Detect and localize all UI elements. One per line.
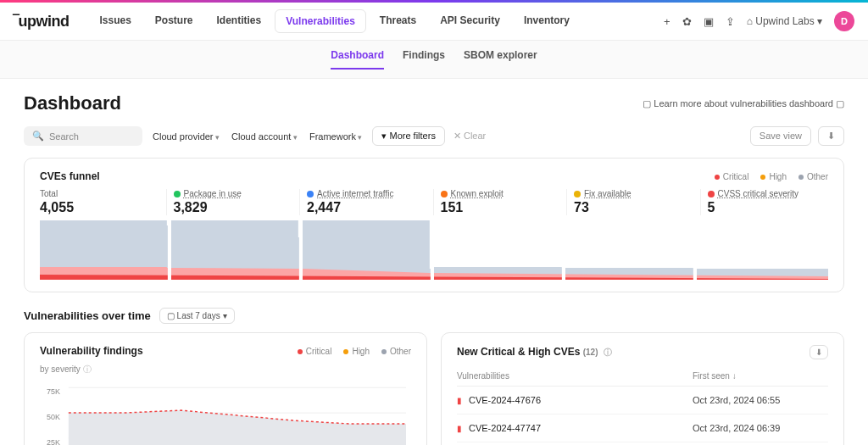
findings-subtitle: by severity — [40, 364, 81, 374]
funnel-value: 4,055 — [40, 200, 161, 215]
legend-critical: Critical — [306, 347, 332, 356]
search-input[interactable]: 🔍 Search — [24, 126, 142, 146]
info-icon[interactable]: ⓘ — [83, 364, 92, 374]
cves-funnel-card: CVEs funnel Critical High Other Total4,0… — [24, 158, 844, 292]
funnel-chart — [40, 220, 828, 280]
dot-critical-icon — [715, 175, 720, 180]
first-seen: Oct 23rd, 2024 06:39 — [693, 423, 828, 433]
range-label: Last 7 days — [177, 311, 220, 320]
nav-right: + ✿ ▣ ⇪ ⌂ Upwind Labs ▾ D — [664, 11, 854, 31]
legend-other: Other — [807, 172, 828, 181]
clear-filters[interactable]: ✕ Clear — [453, 131, 486, 142]
funnel-label[interactable]: CVSS critical severity — [708, 189, 829, 198]
page-title: Dashboard — [24, 92, 121, 114]
sub-nav: Dashboard Findings SBOM explorer — [0, 41, 868, 79]
export-button[interactable]: ⬇ — [810, 345, 828, 359]
funnel-value: 5 — [708, 200, 829, 215]
cve-id: CVE-2024-47747 — [469, 423, 693, 433]
funnel-label[interactable]: Package in use — [174, 189, 295, 198]
legend-high: High — [769, 172, 787, 181]
svg-text:25K: 25K — [47, 438, 60, 445]
info-icon[interactable]: ⓘ — [604, 348, 612, 357]
filter-framework[interactable]: Framework — [308, 128, 364, 145]
nav-inventory[interactable]: Inventory — [514, 9, 580, 33]
funnel-title: CVEs funnel — [40, 170, 100, 182]
run-icon[interactable]: ⇪ — [726, 15, 735, 28]
filter-bar: 🔍 Search Cloud provider Cloud account Fr… — [24, 126, 844, 146]
tab-dashboard[interactable]: Dashboard — [331, 49, 384, 70]
funnel-value: 3,829 — [174, 200, 295, 215]
funnel-col-4[interactable]: Fix available73 — [566, 189, 695, 215]
dot-high-icon — [343, 349, 348, 354]
funnel-value: 73 — [574, 200, 695, 215]
new-cves-card: New Critical & High CVEs (12) ⓘ ⬇ Vulner… — [441, 332, 844, 445]
severity-bar-icon: ▮ — [457, 424, 462, 433]
funnel-col-2[interactable]: Active internet traffic2,447 — [299, 189, 428, 215]
nav-issues[interactable]: Issues — [89, 9, 141, 33]
gear-icon[interactable]: ✿ — [682, 15, 692, 28]
col-first-seen[interactable]: First seen ↓ — [693, 371, 828, 381]
nav-items: Issues Posture Identities Vulnerabilitie… — [89, 9, 579, 33]
more-filters-label: More filters — [390, 131, 436, 141]
more-filters-button[interactable]: ▾ More filters — [372, 126, 444, 146]
brand-logo: upwind — [14, 13, 69, 31]
findings-legend: Critical High Other — [298, 347, 411, 356]
funnel-col-3[interactable]: Known exploit151 — [433, 189, 562, 215]
filter-cloud-provider[interactable]: Cloud provider — [151, 128, 221, 145]
svg-text:50K: 50K — [47, 413, 60, 421]
cve-id: CVE-2024-47676 — [469, 395, 693, 405]
book-icon[interactable]: ▣ — [704, 15, 714, 28]
findings-title: Vulnerability findings — [40, 345, 143, 357]
org-switcher[interactable]: ⌂ Upwind Labs ▾ — [747, 15, 822, 27]
status-dot-icon — [574, 191, 581, 197]
vuln-findings-card: Vulnerability findings Critical High Oth… — [24, 332, 427, 445]
search-placeholder: Search — [49, 131, 79, 142]
funnel-legend: Critical High Other — [715, 172, 828, 181]
status-dot-icon — [708, 191, 715, 197]
tab-findings[interactable]: Findings — [403, 49, 445, 70]
nav-vulnerabilities[interactable]: Vulnerabilities — [275, 9, 366, 33]
first-seen: Oct 23rd, 2024 06:55 — [693, 395, 828, 405]
nav-identities[interactable]: Identities — [207, 9, 272, 33]
dot-high-icon — [760, 175, 765, 180]
table-row[interactable]: ▮CVE-2024-47747Oct 23rd, 2024 06:39 — [457, 414, 828, 442]
sort-desc-icon: ↓ — [732, 371, 737, 381]
dot-other-icon — [381, 349, 387, 354]
status-dot-icon — [307, 191, 314, 197]
download-button[interactable]: ⬇ — [818, 126, 844, 146]
legend-other: Other — [390, 347, 411, 356]
learn-more-link[interactable]: ▢ Learn more about vulnerabilities dashb… — [643, 98, 844, 109]
funnel-col-0[interactable]: Total4,055 — [40, 189, 161, 215]
over-time-title: Vulnerabilities over time — [24, 309, 151, 322]
table-row[interactable]: ▮CVE-2024-47676Oct 23rd, 2024 06:55 — [457, 387, 828, 414]
funnel-col-5[interactable]: CVSS critical severity5 — [700, 189, 829, 215]
org-name: Upwind Labs — [755, 15, 814, 27]
legend-critical: Critical — [723, 172, 749, 181]
findings-chart: 75K 50K 25K 0 — [40, 382, 411, 445]
nav-threats[interactable]: Threats — [370, 9, 426, 33]
col-vulnerabilities[interactable]: Vulnerabilities — [457, 371, 693, 381]
avatar[interactable]: D — [834, 11, 854, 31]
tab-sbom-explorer[interactable]: SBOM explorer — [464, 49, 537, 70]
save-view-button[interactable]: Save view — [750, 126, 811, 146]
date-range-button[interactable]: ▢ Last 7 days ▾ — [159, 308, 235, 324]
search-icon: 🔍 — [32, 131, 44, 142]
plus-icon[interactable]: + — [664, 15, 670, 28]
legend-high: High — [352, 347, 370, 356]
status-dot-icon — [174, 191, 181, 197]
severity-bar-icon: ▮ — [457, 396, 462, 405]
new-cves-title: New Critical & High CVEs (12) ⓘ — [457, 346, 612, 359]
nav-api-security[interactable]: API Security — [430, 9, 510, 33]
cve-count: (12) — [583, 348, 598, 357]
clear-label: Clear — [464, 131, 486, 141]
funnel-label[interactable]: Total — [40, 189, 161, 198]
funnel-label[interactable]: Active internet traffic — [307, 189, 428, 198]
funnel-value: 2,447 — [307, 200, 428, 215]
svg-text:75K: 75K — [47, 387, 60, 396]
funnel-col-1[interactable]: Package in use3,829 — [166, 189, 295, 215]
nav-posture[interactable]: Posture — [145, 9, 203, 33]
filter-cloud-account[interactable]: Cloud account — [230, 128, 299, 145]
funnel-label[interactable]: Fix available — [574, 189, 695, 198]
funnel-label[interactable]: Known exploit — [441, 189, 562, 198]
funnel-value: 151 — [441, 200, 562, 215]
